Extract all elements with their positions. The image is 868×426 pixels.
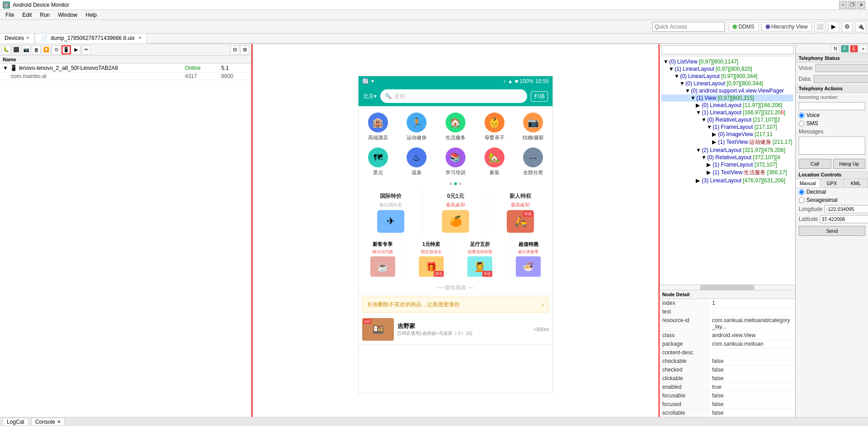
expand-tri-3[interactable]: ▼ xyxy=(679,80,684,87)
category-edu[interactable]: 📚 学习培训 xyxy=(436,146,475,178)
tree-node-ll6a[interactable]: ▶ (0) LinearLayout [11,97][166,206] xyxy=(661,102,793,109)
hangup-btn[interactable]: Hang Up xyxy=(833,159,866,169)
category-wedding[interactable]: 📷 结婚/摄影 xyxy=(514,111,553,143)
console-tab[interactable]: Console ✕ xyxy=(31,418,65,426)
expand-tri-5[interactable]: ▼ xyxy=(690,95,695,101)
camera-btn[interactable]: 📷 xyxy=(22,45,31,54)
quick-access-input[interactable] xyxy=(652,22,725,32)
device-row[interactable]: ▼ 📱 lenovo-lenovo_2_a8_50f-LenovoTAB2A8 … xyxy=(0,64,251,73)
restore-btn[interactable]: ❐ xyxy=(848,1,856,9)
expand-triangle[interactable]: ▼ xyxy=(3,65,8,71)
category-fitness[interactable]: 🏃 运动健身 xyxy=(398,111,436,143)
expand-tri-9a[interactable]: ▶ xyxy=(712,131,717,137)
category-all[interactable]: ··· 全部分类 xyxy=(514,146,553,178)
voice-input[interactable] xyxy=(815,64,868,72)
restaurant-row[interactable]: 🍱 ¥10 吉野家 [148店通用] 卤肉饭+乌龙茶（小）1位 <500m xyxy=(359,314,553,345)
tree-node-ll2[interactable]: ▼ (0) LinearLayout [0,97][800,344] xyxy=(661,73,793,80)
tree-scroll-bar[interactable] xyxy=(659,284,795,290)
phone-search-bar[interactable]: 🔍 蛋糕 xyxy=(380,89,527,103)
category-baby[interactable]: 👶 母婴亲子 xyxy=(475,111,514,143)
debug-btn[interactable]: 🐛 xyxy=(2,45,11,54)
expand-tri-8b[interactable]: ▶ xyxy=(707,162,711,168)
tree-node-view-selected[interactable]: ▼ (1) View [0,97][800,315] xyxy=(661,94,793,102)
expand-tri-8a[interactable]: ▼ xyxy=(707,124,711,130)
dump-tab[interactable]: 📄 dump_178506278771439666 8.uix ✕ xyxy=(36,34,147,44)
menu-edit[interactable]: Edit xyxy=(19,11,35,19)
app-row[interactable]: com.mainbo.ar 4317 8600 xyxy=(0,73,251,80)
category-hotel[interactable]: 🏨 高端酒店 xyxy=(359,111,398,143)
incoming-number-input[interactable] xyxy=(799,102,865,110)
expand-tri-2[interactable]: ▼ xyxy=(674,73,679,79)
expand-tri-6c[interactable]: ▼ xyxy=(696,147,700,153)
tree-node-ll3[interactable]: ▼ (0) LinearLayout [0,97][800,344] xyxy=(661,80,793,87)
loc-tab-kml[interactable]: KML xyxy=(844,179,868,187)
stop-btn[interactable]: ⬛ xyxy=(12,45,21,54)
location-text[interactable]: 北京▾ xyxy=(363,93,377,100)
tree-scroll-thumb[interactable] xyxy=(700,285,755,290)
menu-file[interactable]: File xyxy=(2,11,18,19)
expand-tri-7a[interactable]: ▼ xyxy=(701,117,706,123)
tree-node-tv9b[interactable]: ▶ (1) TextView:运动健身 [211,17] xyxy=(661,138,793,147)
data-input[interactable] xyxy=(814,75,868,83)
menu-help[interactable]: Help xyxy=(82,11,101,19)
tree-node-iv9a[interactable]: ▶ (0) ImageView [217,11 xyxy=(661,131,793,138)
xml-search-input[interactable] xyxy=(661,45,794,54)
minimize-btn[interactable]: ─ xyxy=(839,1,847,9)
home-btn[interactable]: ⊙ xyxy=(52,45,61,54)
tab-expand[interactable]: » xyxy=(859,45,867,53)
category-life[interactable]: 🏠 生活服务 xyxy=(436,111,475,143)
expand-btn[interactable]: ⊞ xyxy=(240,45,249,54)
tree-node-listview[interactable]: ▼ (0) ListView [0,97][800,1147] xyxy=(661,58,793,65)
tree-node-ll6c[interactable]: ▼ (2) LinearLayout [321,97][476,206] xyxy=(661,147,793,154)
sexagesimal-radio[interactable] xyxy=(799,197,805,203)
tree-node-ll1[interactable]: ▼ (1) LinearLayout [0,97][800,820] xyxy=(661,65,793,73)
hierarchy-button[interactable]: Hierarchy View xyxy=(761,22,812,31)
toolbar-btn-2[interactable]: ▶ xyxy=(828,21,839,32)
longitude-input[interactable] xyxy=(824,205,868,213)
tab-n[interactable]: N xyxy=(831,45,839,53)
menu-run[interactable]: Run xyxy=(36,11,53,19)
decimal-radio[interactable] xyxy=(799,189,805,195)
expand-tri-8c[interactable]: ▶ xyxy=(707,169,711,176)
tab-f[interactable]: F xyxy=(841,45,849,53)
expand-tri-4[interactable]: ▼ xyxy=(685,88,689,94)
special-new-cust[interactable]: 新客专享 领10元约惠 ☕ xyxy=(359,238,407,279)
expand-tri-6d[interactable]: ▶ xyxy=(696,177,700,184)
toolbar-btn-1[interactable]: ⬜ xyxy=(815,21,825,32)
expand-tri-9b[interactable]: ▶ xyxy=(712,139,717,145)
video-btn[interactable]: ▶ xyxy=(72,45,81,54)
loc-tab-manual[interactable]: Manual xyxy=(796,179,820,187)
delete-btn[interactable]: 🗑 xyxy=(32,45,41,54)
expand-tri-7b[interactable]: ▼ xyxy=(701,154,706,161)
menu-window[interactable]: Window xyxy=(54,11,81,19)
promo-new[interactable]: 新人特权 最高减30 🛵 外卖 xyxy=(488,189,553,236)
messages-textarea[interactable] xyxy=(799,137,865,155)
promo-intl[interactable]: 国际特价 每日潮外卖 ✈ xyxy=(359,189,423,236)
promo-yuan[interactable]: 0元1元 最高减30 🍊 xyxy=(423,189,488,236)
close-btn[interactable]: ✕ xyxy=(857,1,865,9)
tab-e[interactable]: E xyxy=(850,45,858,53)
expand-tri-6a[interactable]: ▶ xyxy=(696,102,700,108)
screenshot-btn[interactable]: 📱 xyxy=(62,45,71,54)
expand-tri-0[interactable]: ▼ xyxy=(663,59,668,65)
tree-node-ll6b[interactable]: ▼ (1) LinearLayout [166,97][321,206] xyxy=(661,109,793,116)
edit-btn[interactable]: ✏ xyxy=(82,45,91,54)
ddms-button[interactable]: DDMS xyxy=(728,22,758,31)
latitude-input[interactable] xyxy=(820,215,868,223)
tree-node-fl8a[interactable]: ▼ (1) FrameLayout [217,107] xyxy=(661,123,793,131)
special-foot[interactable]: 足疗五折 按摩洗浴特惠 💆 半价 xyxy=(456,238,504,279)
category-scenic[interactable]: 🗺 景点 xyxy=(359,146,398,178)
tree-node-fl8b[interactable]: ▶ (1) FrameLayout [372,107] xyxy=(661,161,793,168)
devices-tab[interactable]: Devices ✕ xyxy=(0,34,34,44)
toolbar-btn-3[interactable]: ⚙ xyxy=(842,21,853,32)
console-close[interactable]: ✕ xyxy=(57,419,61,424)
expand-tri-1[interactable]: ▼ xyxy=(669,66,673,72)
special-yuan-deal[interactable]: 1元特卖 附近游清仓 🎁 清仓 xyxy=(407,238,455,279)
tree-node-rl7b[interactable]: ▼ (0) RelativeLayout [372,107][4 xyxy=(661,154,793,161)
expand-tri-6b[interactable]: ▼ xyxy=(696,109,700,116)
scan-btn[interactable]: 扫描 xyxy=(531,91,548,102)
logcat-tab[interactable]: LogCat xyxy=(3,418,29,426)
devices-tab-close[interactable]: ✕ xyxy=(26,35,29,40)
tree-node-tv8c[interactable]: ▶ (1) TextView:生活服务 [366,17] xyxy=(661,168,793,177)
toolbar-btn-4[interactable]: 🔌 xyxy=(855,21,866,32)
